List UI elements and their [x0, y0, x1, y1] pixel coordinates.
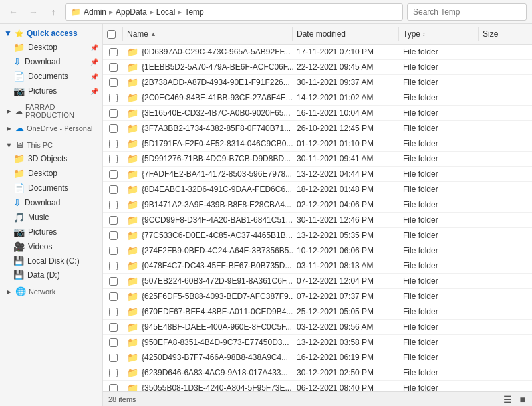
row-checkbox[interactable] — [109, 201, 118, 209]
table-row[interactable]: 📁 {3E16540E-CD32-4B7C-A0B0-9020F65... 16… — [103, 106, 532, 121]
breadcrumb-temp[interactable]: Temp — [184, 7, 203, 17]
sidebar-item-videos-pc[interactable]: 🎥 Videos — [0, 239, 102, 254]
table-row[interactable]: 📁 {507EB224-60B3-472D-9E91-8A361C6F... 0… — [103, 274, 532, 289]
table-row[interactable]: 📁 {945E48BF-DAEE-400A-960E-8FC0C5F... 03… — [103, 320, 532, 335]
back-button[interactable]: ← — [5, 4, 21, 20]
breadcrumb-local[interactable]: Local — [156, 7, 176, 17]
row-checkbox[interactable] — [109, 48, 118, 56]
search-input[interactable] — [407, 3, 527, 21]
col-size[interactable]: Size — [479, 27, 532, 41]
table-row[interactable]: 📁 {3F7A3BB2-1734-4382-85F8-0F740B71... 2… — [103, 121, 532, 136]
row-checkbox[interactable] — [109, 308, 118, 316]
file-name-cell: 📁 {945E48BF-DAEE-400A-960E-8FC0C5F... — [123, 320, 293, 334]
table-row[interactable]: 📁 {670EDF67-BFE4-48BF-A011-0CED9B4... 25… — [103, 304, 532, 320]
table-row[interactable]: 📁 {274F2FB9-0BED-4C24-A64E-3B7356B5... 1… — [103, 243, 532, 258]
file-date-cell: 16-11-2021 10:04 AM — [293, 106, 399, 120]
row-checkbox[interactable] — [109, 354, 118, 362]
table-row[interactable]: 📁 {0D6397A0-C29C-473C-965A-5AB92FF... 17… — [103, 45, 532, 60]
sidebar-item-download-qa[interactable]: ⇩ Download 📌 — [0, 54, 102, 69]
file-name: {35055B08-1D3E-4240-A804-5F95F73E... — [142, 383, 292, 391]
table-row[interactable]: 📁 {1EEBB5D2-5A70-479A-BE6F-ACFC06F... 22… — [103, 60, 532, 75]
forward-button[interactable]: → — [25, 4, 41, 20]
file-size-cell — [479, 264, 532, 268]
table-row[interactable]: 📁 {2B738ADD-A87D-4934-90E1-F91F226... 30… — [103, 75, 532, 90]
folder-icon: 📁 — [127, 77, 138, 88]
sidebar-item-documents-pc[interactable]: 📄 Documents — [0, 181, 102, 195]
folder-icon: 📁 — [127, 47, 138, 57]
col-date-modified[interactable]: Date modified — [293, 27, 399, 41]
sidebar-item-pictures-pc[interactable]: 📷 Pictures — [0, 225, 102, 239]
table-row[interactable]: 📁 {6239D646-6A83-4AC9-9A18-017A433... 30… — [103, 365, 532, 381]
farrad-production-item[interactable]: ► ☁ FARRAD PRODUCTION — [0, 101, 102, 121]
breadcrumb-admin[interactable]: Admin — [84, 7, 106, 17]
onedrive-item[interactable]: ► ☁ OneDrive - Personal — [0, 121, 102, 135]
file-name: {2B738ADD-A87D-4934-90E1-F91F226... — [142, 78, 290, 87]
file-name-cell: 📁 {1EEBB5D2-5A70-479A-BE6F-ACFC06F... — [123, 60, 293, 74]
row-checkbox-cell — [103, 46, 123, 58]
file-name-cell: 📁 {35055B08-1D3E-4240-A804-5F95F73E... — [123, 381, 293, 391]
file-type-cell: File folder — [399, 229, 479, 242]
folder-icon: 📁 — [127, 306, 138, 317]
row-checkbox[interactable] — [109, 231, 118, 240]
file-type-cell: File folder — [399, 336, 479, 349]
breadcrumb-appdata[interactable]: AppData — [116, 7, 147, 17]
row-checkbox[interactable] — [109, 170, 118, 179]
row-checkbox[interactable] — [109, 185, 118, 194]
folder-icon: 📁 — [127, 260, 138, 271]
table-row[interactable]: 📁 {35055B08-1D3E-4240-A804-5F95F73E... 0… — [103, 381, 532, 391]
table-row[interactable]: 📁 {2C0EC469-84BE-41BB-93CF-27A6F4E... 14… — [103, 90, 532, 106]
sidebar-item-music-pc[interactable]: 🎵 Music — [0, 210, 102, 225]
row-checkbox[interactable] — [109, 109, 118, 118]
file-date: 07-12-2021 12:04 PM — [297, 276, 374, 286]
table-row[interactable]: 📁 {9B1471A2-3A9E-439B-B8F8-E28CBA4... 02… — [103, 197, 532, 213]
details-view-button[interactable]: ☰ — [502, 393, 513, 406]
select-all-checkbox[interactable] — [107, 30, 116, 39]
this-pc-header[interactable]: ▼ 🖥 This PC — [0, 138, 102, 152]
row-checkbox[interactable] — [109, 384, 118, 392]
tiles-view-button[interactable]: ■ — [519, 393, 527, 406]
row-checkbox[interactable] — [109, 369, 118, 377]
col-type[interactable]: Type ↕ — [399, 27, 479, 41]
breadcrumb[interactable]: 📁 Admin ▸ AppData ▸ Local ▸ Temp — [65, 3, 403, 21]
table-row[interactable]: 📁 {625F6DF5-5B88-4093-BED7-AFC387F9... 0… — [103, 289, 532, 304]
row-checkbox[interactable] — [109, 338, 118, 347]
table-row[interactable]: 📁 {8D4EABC1-32D6-491C-9DAA-FED6C6... 18-… — [103, 182, 532, 197]
row-checkbox[interactable] — [109, 124, 118, 133]
row-checkbox[interactable] — [109, 78, 118, 87]
row-checkbox[interactable] — [109, 63, 118, 72]
table-row[interactable]: 📁 {950EFA8-8351-4B4D-9C73-E77450D3... 13… — [103, 335, 532, 350]
sidebar-item-label: Documents — [28, 183, 68, 193]
table-row[interactable]: 📁 {5D991276-71BB-4DC9-B7CB-D9D8BD... 30-… — [103, 152, 532, 167]
table-row[interactable]: 📁 {9CCD99F8-D34F-4A20-BAB1-6841C51... 30… — [103, 213, 532, 228]
quick-access-header[interactable]: ▼ ⭐ Quick access — [0, 27, 102, 40]
table-row[interactable]: 📁 {7FADF4E2-BA41-4172-8503-596E7978... 1… — [103, 167, 532, 182]
sidebar-item-download-pc[interactable]: ⇩ Download — [0, 195, 102, 210]
col-checkbox[interactable] — [103, 27, 123, 41]
sidebar-item-documents-qa[interactable]: 📄 Documents 📌 — [0, 69, 102, 84]
sidebar-item-desktop-qa[interactable]: 📁 Desktop 📌 — [0, 40, 102, 54]
row-checkbox[interactable] — [109, 140, 118, 148]
table-row[interactable]: 📁 {0478F4C7-DC43-45FF-BE67-B0B735D... 03… — [103, 258, 532, 274]
sidebar-item-desktop-pc[interactable]: 📁 Desktop — [0, 166, 102, 181]
row-checkbox[interactable] — [109, 94, 118, 102]
file-size-cell — [479, 279, 532, 283]
file-name-cell: 📁 {507EB224-60B3-472D-9E91-8A361C6F... — [123, 274, 293, 288]
row-checkbox[interactable] — [109, 155, 118, 163]
table-row[interactable]: 📁 {4250D493-B7F7-466A-98B8-438A9C4... 16… — [103, 350, 532, 365]
row-checkbox[interactable] — [109, 292, 118, 301]
col-name[interactable]: Name ▲ — [123, 27, 293, 41]
file-name-cell: 📁 {2C0EC469-84BE-41BB-93CF-27A6F4E... — [123, 90, 293, 105]
table-row[interactable]: 📁 {77C533C6-D0EE-4C85-AC37-4465B1B... 13… — [103, 228, 532, 243]
sidebar-item-local-disk[interactable]: 💾 Local Disk (C:) — [0, 254, 102, 268]
sidebar-item-3dobjects[interactable]: 📁 3D Objects — [0, 152, 102, 166]
row-checkbox[interactable] — [109, 323, 118, 332]
row-checkbox[interactable] — [109, 277, 118, 286]
up-button[interactable]: ↑ — [45, 4, 61, 20]
row-checkbox[interactable] — [109, 262, 118, 270]
sidebar-item-pictures-qa[interactable]: 📷 Pictures 📌 — [0, 84, 102, 98]
row-checkbox[interactable] — [109, 216, 118, 225]
table-row[interactable]: 📁 {5D1791FA-F2F0-4F52-8314-046C9CB0... 0… — [103, 136, 532, 152]
row-checkbox[interactable] — [109, 247, 118, 255]
network-item[interactable]: ► 🌐 Network — [0, 284, 102, 298]
sidebar-item-data-disk[interactable]: 💾 Data (D:) — [0, 268, 102, 282]
